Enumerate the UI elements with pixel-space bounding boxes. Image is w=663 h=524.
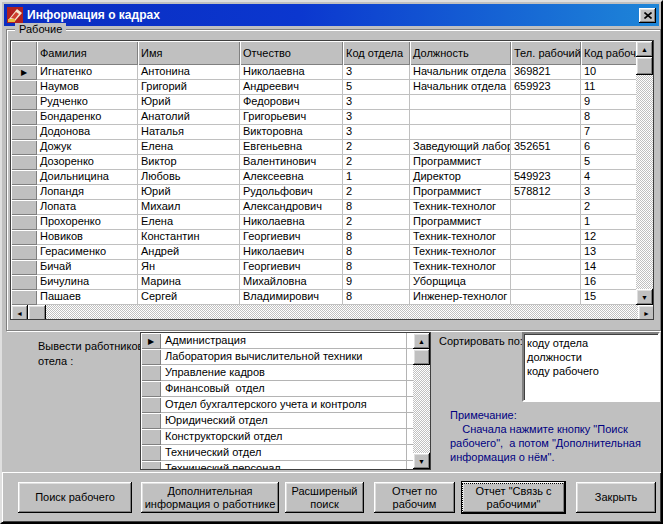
scroll-down-icon[interactable]: ▼: [636, 289, 653, 305]
column-header-patronymic[interactable]: Отчество: [240, 41, 343, 65]
column-header-position[interactable]: Должность: [410, 41, 511, 65]
row-indicator[interactable]: [11, 80, 37, 95]
cell-dept-code[interactable]: 8: [343, 260, 410, 275]
cell-patronymic[interactable]: Михайловна: [240, 275, 343, 290]
cell-firstname[interactable]: Михаил: [138, 200, 240, 215]
cell-patronymic[interactable]: Николаевна: [240, 65, 343, 80]
row-indicator[interactable]: [11, 290, 37, 305]
row-indicator[interactable]: [141, 397, 161, 413]
row-indicator[interactable]: [141, 365, 161, 381]
cell-position[interactable]: Инженер-технолог: [410, 290, 511, 305]
cell-dept-code[interactable]: 3: [343, 65, 410, 80]
cell-worker-code[interactable]: 8: [581, 110, 638, 125]
cell-worker-code[interactable]: 14: [581, 260, 638, 275]
cell-work-phone[interactable]: [511, 245, 581, 260]
row-indicator[interactable]: [141, 349, 161, 365]
cell-position[interactable]: Программист: [410, 155, 511, 170]
vscroll-track[interactable]: [636, 75, 653, 289]
row-indicator[interactable]: [11, 95, 37, 110]
table-row[interactable]: ДодоноваНатальяВикторовна37: [11, 125, 653, 140]
cell-position[interactable]: Заведующий лабор: [410, 140, 511, 155]
cell-worker-code[interactable]: 2: [581, 200, 638, 215]
cell-worker-code[interactable]: 11: [581, 80, 638, 95]
cell-patronymic[interactable]: Владимирович: [240, 290, 343, 305]
column-header-worker-code[interactable]: Код рабочего: [581, 41, 638, 65]
cell-firstname[interactable]: Антонина: [138, 65, 240, 80]
cell-worker-code[interactable]: 12: [581, 230, 638, 245]
table-row[interactable]: ЛопатаМихаилАлександрович8Техник-техноло…: [11, 200, 653, 215]
cell-work-phone[interactable]: 352651: [511, 140, 581, 155]
cell-work-phone[interactable]: [511, 230, 581, 245]
sort-options-list[interactable]: коду отделадолжностикоду рабочего: [522, 332, 660, 402]
scroll-up-icon[interactable]: ▲: [413, 333, 430, 349]
table-row[interactable]: НовиковКонстантинГеоргиевич8Техник-техно…: [11, 230, 653, 245]
cell-position[interactable]: [410, 95, 511, 110]
vscroll-thumb[interactable]: [636, 57, 653, 75]
cell-dept-code[interactable]: 8: [343, 245, 410, 260]
cell-patronymic[interactable]: Валентинович: [240, 155, 343, 170]
cell-dept-code[interactable]: 3: [343, 125, 410, 140]
communication-report-button[interactable]: Отчет "Связь с рабочими": [461, 481, 566, 514]
cell-worker-code[interactable]: 15: [581, 290, 638, 305]
table-row[interactable]: ДоильницинаЛюбовьАлексеевна1Директор5499…: [11, 170, 653, 185]
cell-worker-code[interactable]: 7: [581, 125, 638, 140]
cell-dept-code[interactable]: 8: [343, 230, 410, 245]
cell-dept-code[interactable]: 8: [343, 200, 410, 215]
cell-dept-code[interactable]: 2: [343, 215, 410, 230]
cell-dept-code[interactable]: 1: [343, 170, 410, 185]
workers-grid[interactable]: ФамилияИмяОтчествоКод отделаДолжностьТел…: [10, 40, 654, 320]
cell-surname[interactable]: Лопата: [37, 200, 138, 215]
table-row[interactable]: ДожукЕленаЕвгеньевна2Заведующий лабор352…: [11, 140, 653, 155]
row-indicator[interactable]: [11, 245, 37, 260]
cell-position[interactable]: Техник-технолог: [410, 230, 511, 245]
cell-worker-code[interactable]: 16: [581, 275, 638, 290]
scroll-up-icon[interactable]: ▲: [636, 41, 653, 57]
cell-position[interactable]: Техник-технолог: [410, 200, 511, 215]
cell-patronymic[interactable]: Федорович: [240, 95, 343, 110]
cell-patronymic[interactable]: Рудольфович: [240, 185, 343, 200]
scroll-right-icon[interactable]: ►: [638, 305, 654, 320]
cell-dept-code[interactable]: 2: [343, 155, 410, 170]
table-row[interactable]: ПашаевСергейВладимирович8Инженер-техноло…: [11, 290, 653, 305]
cell-dept-code[interactable]: 5: [343, 80, 410, 95]
cell-surname[interactable]: Бичай: [37, 260, 138, 275]
departments-vscrollbar[interactable]: ▲ ▼: [413, 333, 430, 469]
department-row[interactable]: Технический персонал: [141, 461, 430, 470]
cell-worker-code[interactable]: 6: [581, 140, 638, 155]
cell-worker-code[interactable]: 1: [581, 215, 638, 230]
cell-dept-code[interactable]: 2: [343, 140, 410, 155]
cell-patronymic[interactable]: Николаевич: [240, 245, 343, 260]
cell-firstname[interactable]: Виктор: [138, 155, 240, 170]
department-row[interactable]: ▶Администрация: [141, 333, 430, 349]
sort-option[interactable]: должности: [527, 350, 658, 364]
cell-position[interactable]: Техник-технолог: [410, 260, 511, 275]
cell-surname[interactable]: Бондаренко: [37, 110, 138, 125]
cell-position[interactable]: [410, 110, 511, 125]
cell-surname[interactable]: Додонова: [37, 125, 138, 140]
cell-patronymic[interactable]: Евгеньевна: [240, 140, 343, 155]
cell-work-phone[interactable]: 549923: [511, 170, 581, 185]
department-row[interactable]: Управление кадров: [141, 365, 430, 381]
row-indicator[interactable]: [141, 429, 161, 445]
scroll-left-icon[interactable]: ◄: [11, 305, 28, 320]
cell-firstname[interactable]: Ян: [138, 260, 240, 275]
row-indicator[interactable]: [11, 110, 37, 125]
cell-work-phone[interactable]: 659923: [511, 80, 581, 95]
column-header-surname[interactable]: Фамилия: [37, 41, 138, 65]
cell-work-phone[interactable]: 369821: [511, 65, 581, 80]
workers-report-button[interactable]: Отчет по рабочим: [374, 482, 455, 513]
table-row[interactable]: ПрохоренкоЕленаНиколаевна2Программист1: [11, 215, 653, 230]
cell-firstname[interactable]: Марина: [138, 275, 240, 290]
cell-dept-code[interactable]: 3: [343, 95, 410, 110]
row-indicator[interactable]: [11, 170, 37, 185]
cell-patronymic[interactable]: Андреевич: [240, 80, 343, 95]
cell-work-phone[interactable]: [511, 95, 581, 110]
department-row[interactable]: Лаборатория вычислительной техники: [141, 349, 430, 365]
department-name[interactable]: Технический персонал: [161, 461, 407, 470]
department-name[interactable]: Конструкторский отдел: [161, 429, 407, 445]
row-indicator[interactable]: [11, 215, 37, 230]
department-name[interactable]: Финансовый отдел: [161, 381, 407, 397]
cell-firstname[interactable]: Андрей: [138, 245, 240, 260]
cell-work-phone[interactable]: [511, 110, 581, 125]
department-name[interactable]: Администрация: [161, 333, 407, 349]
